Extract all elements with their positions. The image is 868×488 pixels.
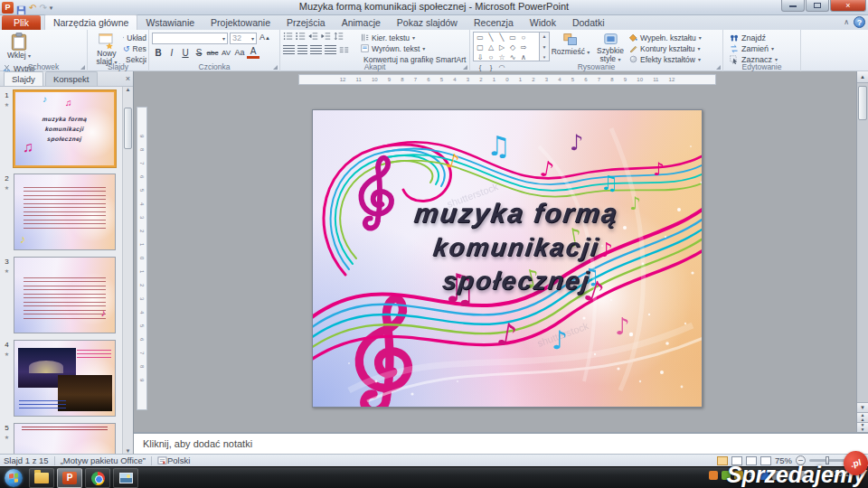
minimize-button[interactable] [781,0,805,12]
bullets-icon[interactable] [283,32,293,41]
shape-icon[interactable]: ☆ [496,52,507,62]
notes-placeholder[interactable]: Kliknij, aby dodać notatki [143,438,252,449]
increase-indent-icon[interactable] [321,32,331,41]
vertical-scrollbar[interactable]: ▲ ▼ ▲▲ ▼▼ [856,71,868,432]
slide-thumbnail-3[interactable]: ♪ [14,257,116,333]
next-slide-button[interactable]: ▼▼ [857,422,868,432]
shape-icon[interactable]: △ [486,42,496,52]
shadow-button[interactable]: S [193,47,205,59]
close-panel-icon[interactable]: × [126,74,130,83]
dialog-launcher-icon[interactable] [80,65,85,70]
scroll-down-icon[interactable]: ▼ [857,402,868,412]
tab-wstawianie[interactable]: Wstawianie [137,15,203,30]
bold-button[interactable]: B [152,47,165,59]
slideshow-view-icon[interactable] [760,456,771,465]
quick-styles-button[interactable]: Szybkie style ▾ [591,32,629,62]
align-right-icon[interactable] [310,45,322,55]
tab-narzedzia-glowne[interactable]: Narzędzia główne [44,14,137,31]
scroll-up-icon[interactable]: ▲ [857,71,868,83]
decrease-indent-icon[interactable] [308,32,318,41]
grow-font-button[interactable]: A▲ [259,32,271,44]
align-text-button[interactable]: Wyrówn. tekst ▾ [361,43,467,53]
notes-pane[interactable]: Kliknij, aby dodać notatki [134,432,868,454]
tab-outline[interactable]: Konspekt [45,71,98,86]
tray-icon-orange[interactable] [709,471,718,480]
line-spacing-icon[interactable] [334,32,344,41]
change-case-button[interactable]: Aa [233,47,246,59]
strikethrough-button[interactable]: abc [206,47,219,59]
zoom-level[interactable]: 75% [775,455,792,465]
shape-icon[interactable]: ∿ [507,52,518,62]
tab-pokaz-slajdow[interactable]: Pokaz slajdów [389,15,466,30]
shape-icon[interactable]: ⇨ [518,42,529,52]
scrollbar-thumb[interactable] [858,86,867,120]
tab-projektowanie[interactable]: Projektowanie [203,15,278,30]
slide-thumbnail-5[interactable] [14,423,116,454]
reset-button[interactable]: ↺ Resetuj [123,43,146,53]
numbering-icon[interactable] [296,32,306,41]
reading-view-icon[interactable] [746,456,757,465]
underline-button[interactable]: U [179,47,192,59]
text-direction-button[interactable]: Kier. tekstu ▾ [361,33,467,42]
dialog-launcher-icon[interactable] [716,65,721,70]
taskbar-photo-viewer-button[interactable] [113,468,138,488]
zoom-slider[interactable] [809,459,849,462]
slide-thumbnail-2[interactable]: ♪ [14,174,116,250]
dialog-launcher-icon[interactable] [463,65,467,70]
font-name-combo[interactable]: ▾ [152,33,228,44]
maximize-button[interactable] [806,0,829,12]
dialog-launcher-icon[interactable] [273,65,278,70]
tray-icon-dark[interactable] [785,471,794,480]
shape-icon[interactable]: ▷ [496,42,507,52]
tray-icon-green[interactable] [722,471,731,480]
shape-icon[interactable]: ○ [486,52,496,62]
slide-thumbnail-1[interactable]: muzyka formąkomunikacjispołecznej♫♪♫ [14,90,116,167]
shape-icon[interactable]: ⇩ [475,52,486,62]
paste-button[interactable]: Wklej ▾ [3,32,35,62]
shape-icon[interactable]: ▢ [475,42,486,52]
slide-canvas[interactable]: ♪ ♫ ♪ ♪ ♫ ♪ ♪ ♪ ♫ ♪ ♫ ♪ ♪ ♪ ♪ [312,109,703,408]
clock[interactable]: 2016-10-26 [826,470,864,478]
language-indicator[interactable]: Polski [167,455,190,465]
collapse-ribbon-icon[interactable]: ∧ [844,18,849,26]
new-slide-button[interactable]: Nowy slajd ▾ [90,32,123,62]
replace-button[interactable]: Zamień ▾ [730,43,798,53]
tab-slides[interactable]: Slajdy [4,71,43,86]
tab-recenzja[interactable]: Recenzja [466,15,522,30]
shape-gallery-scrollbar[interactable]: ▲▼▾ [540,32,550,61]
tray-icon-gray[interactable] [772,471,781,480]
shape-icon[interactable]: ▭ [507,33,518,42]
tray-network-icon[interactable] [797,471,807,480]
font-size-combo[interactable]: 32▾ [230,33,257,44]
taskbar-explorer-button[interactable] [29,468,54,488]
tab-dodatki[interactable]: Dodatki [564,15,613,30]
tab-widok[interactable]: Widok [522,15,564,30]
shape-fill-button[interactable]: Wypełn. kształtu ▾ [629,33,714,42]
tray-count-badge[interactable]: 9 [747,471,756,480]
zoom-slider-knob[interactable] [826,456,829,465]
fit-to-window-icon[interactable] [853,456,864,465]
slide-thumbnail-4[interactable] [14,340,116,417]
taskbar-chrome-button[interactable] [85,468,110,488]
tray-icon-blue[interactable] [760,471,769,480]
columns-icon[interactable] [339,46,349,55]
shape-icon[interactable]: ╲ [486,33,496,42]
italic-button[interactable]: I [165,47,178,59]
arrange-button[interactable]: Rozmieść ▾ [550,32,591,62]
spellcheck-icon[interactable] [157,456,167,465]
tab-przejscia[interactable]: Przejścia [278,15,334,30]
close-button[interactable]: × [830,0,866,12]
start-button[interactable] [5,469,23,487]
layout-button[interactable]: Układ [123,33,146,42]
taskbar-powerpoint-button[interactable]: P [57,468,82,488]
shape-icon[interactable]: ▭ [475,33,486,42]
shape-outline-button[interactable]: Kontury kształtu ▾ [629,43,714,53]
tab-animacje[interactable]: Animacje [334,15,389,30]
zoom-out-icon[interactable]: – [796,455,806,465]
font-color-button[interactable]: A [247,47,259,59]
slide-title-line2[interactable]: komunikacji [338,233,694,262]
shape-icon[interactable]: ╲ [496,33,507,42]
panel-scrollbar-thumb[interactable] [124,108,132,149]
normal-view-icon[interactable] [717,456,728,465]
previous-slide-button[interactable]: ▲▲ [857,412,868,422]
